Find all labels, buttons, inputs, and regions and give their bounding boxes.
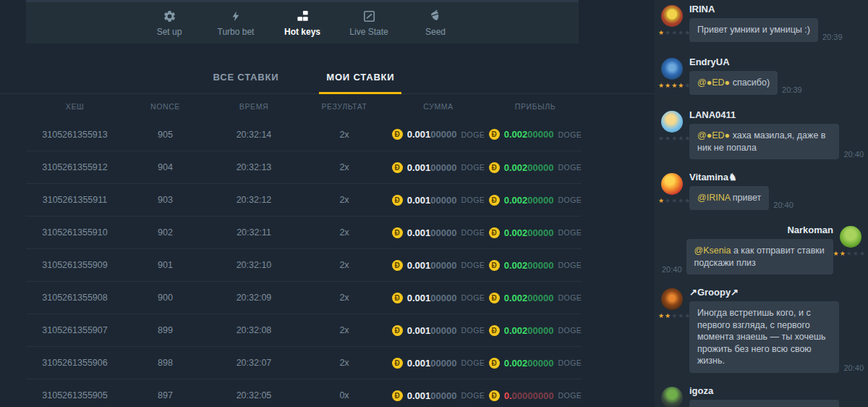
bets-table: ХЕШ NONCE ВРЕМЯ РЕЗУЛЬТАТ СУММА ПРИБЫЛЬ … bbox=[26, 95, 582, 407]
doge-coin-icon: Đ bbox=[489, 358, 500, 369]
currency-label: DOGE bbox=[558, 196, 582, 204]
chat-bubble: @IRINA привет bbox=[689, 186, 769, 210]
timestamp: 20:40 bbox=[843, 150, 864, 159]
currency-label: DOGE bbox=[558, 358, 582, 367]
doge-coin-icon: Đ bbox=[489, 325, 500, 336]
chat-panel[interactable]: ★★★★★ IRINA Привет умники и умницы :)20:… bbox=[655, 0, 868, 407]
avatar[interactable] bbox=[661, 173, 683, 195]
bet-nonce: 903 bbox=[124, 195, 207, 205]
bet-time: 20:32:13 bbox=[207, 162, 301, 172]
table-row[interactable]: 3105261355910 902 20:32:11 2x Đ0.0010000… bbox=[26, 216, 582, 248]
bet-time: 20:32:07 bbox=[207, 358, 301, 368]
star-icon: ★ bbox=[840, 250, 846, 257]
bet-amount: Đ0.00100000DOGE bbox=[388, 129, 489, 140]
bet-time: 20:32:11 bbox=[207, 227, 301, 238]
star-icon: ★ bbox=[684, 82, 691, 89]
doge-coin-icon: Đ bbox=[392, 195, 403, 206]
bet-nonce: 898 bbox=[124, 358, 207, 368]
bet-result: 2x bbox=[301, 325, 388, 335]
mention-link[interactable]: @●ED● bbox=[697, 130, 730, 140]
bet-hash: 3105261355909 bbox=[26, 260, 124, 270]
star-icon: ★ bbox=[665, 135, 671, 142]
chat-username[interactable]: ↗Groopy↗ bbox=[689, 287, 864, 298]
chat-username[interactable]: Vitamina♞ bbox=[689, 172, 864, 182]
star-rating: ★★★★★ bbox=[658, 135, 691, 142]
table-row[interactable]: 3105261355905 897 20:32:05 0x Đ0.0010000… bbox=[26, 379, 582, 407]
chat-username[interactable]: EndryUA bbox=[689, 56, 864, 67]
bet-time: 20:32:09 bbox=[207, 293, 301, 303]
star-icon: ★ bbox=[671, 197, 678, 204]
timestamp: 20:40 bbox=[662, 265, 682, 274]
star-icon: ★ bbox=[833, 250, 840, 257]
bet-amount: Đ0.00100000DOGE bbox=[388, 325, 489, 336]
mention-link[interactable]: @●ED● bbox=[697, 77, 730, 88]
doge-coin-icon: Đ bbox=[392, 325, 403, 336]
chat-bubble: @●ED●дружище рано ты сказал стоп игра bbox=[689, 400, 839, 407]
doge-coin-icon: Đ bbox=[392, 129, 403, 140]
star-icon: ★ bbox=[678, 135, 684, 142]
table-row[interactable]: 3105261355909 901 20:32:10 2x Đ0.0010000… bbox=[26, 248, 582, 281]
game-settings-toolbar: Set up Turbo bet Hot keys Live State bbox=[26, 0, 579, 43]
tab-my-bets[interactable]: МОИ СТАВКИ bbox=[319, 64, 401, 94]
timestamp: 20:40 bbox=[773, 201, 793, 210]
chat-username[interactable]: LANA0411 bbox=[689, 109, 864, 120]
chat-username[interactable]: IRINA bbox=[689, 4, 864, 14]
chat-message: ★★★★★ igoza @●ED●дружище рано ты сказал … bbox=[655, 385, 868, 407]
currency-label: DOGE bbox=[461, 391, 485, 400]
chat-message: ★★★★★ LANA0411 @●ED● хаха мазила,я, даже… bbox=[655, 109, 868, 159]
bet-time: 20:32:14 bbox=[207, 130, 301, 140]
avatar[interactable] bbox=[661, 288, 683, 310]
gear-icon bbox=[163, 9, 176, 23]
timestamp: 20:39 bbox=[822, 33, 843, 42]
toolbar-label: Live State bbox=[349, 27, 388, 37]
table-row[interactable]: 3105261355906 898 20:32:07 2x Đ0.0010000… bbox=[26, 346, 582, 379]
bet-result: 2x bbox=[301, 358, 388, 368]
table-row[interactable]: 3105261355912 904 20:32:13 2x Đ0.0010000… bbox=[26, 151, 582, 183]
star-icon: ★ bbox=[665, 197, 671, 204]
toolbar-item-live-state[interactable]: Live State bbox=[346, 9, 391, 37]
toolbar-item-setup[interactable]: Set up bbox=[147, 9, 192, 37]
bet-result: 2x bbox=[301, 195, 388, 205]
table-row[interactable]: 3105261355911 903 20:32:12 2x Đ0.0010000… bbox=[26, 183, 582, 216]
avatar[interactable] bbox=[661, 5, 683, 27]
bet-result: 2x bbox=[301, 260, 388, 270]
toolbar-item-turbo-bet[interactable]: Turbo bet bbox=[213, 9, 258, 37]
avatar[interactable] bbox=[661, 111, 683, 133]
currency-label: DOGE bbox=[558, 163, 582, 172]
toolbar-item-hot-keys[interactable]: Hot keys bbox=[280, 9, 325, 37]
avatar[interactable] bbox=[661, 58, 683, 80]
toolbar-item-seed[interactable]: Seed bbox=[413, 9, 458, 37]
star-icon: ★ bbox=[665, 29, 671, 36]
bet-nonce: 900 bbox=[124, 293, 207, 303]
doge-coin-icon: Đ bbox=[392, 358, 403, 369]
chat-message: ★★★★★ Vitamina♞ @IRINA привет20:40 bbox=[655, 172, 868, 212]
currency-label: DOGE bbox=[461, 293, 485, 302]
avatar[interactable] bbox=[840, 226, 861, 248]
doge-coin-icon: Đ bbox=[489, 195, 500, 206]
bet-profit: Đ0.00200000DOGE bbox=[489, 260, 582, 271]
table-row[interactable]: 3105261355907 899 20:32:08 2x Đ0.0010000… bbox=[26, 314, 582, 346]
table-row[interactable]: 3105261355908 900 20:32:09 2x Đ0.0010000… bbox=[26, 281, 582, 314]
table-row[interactable]: 3105261355913 905 20:32:14 2x Đ0.0010000… bbox=[26, 118, 582, 151]
chat-bubble: @Ksenia а как отправит ставки подскажи п… bbox=[686, 239, 833, 274]
tab-all-bets[interactable]: ВСЕ СТАВКИ bbox=[206, 64, 286, 94]
toolbar-label: Turbo bet bbox=[218, 27, 255, 37]
bet-nonce: 897 bbox=[124, 390, 207, 400]
bet-nonce: 902 bbox=[124, 227, 207, 238]
bet-result: 2x bbox=[301, 227, 388, 238]
chat-username[interactable]: Narkoman bbox=[662, 225, 833, 235]
currency-label: DOGE bbox=[558, 261, 582, 269]
doge-coin-icon: Đ bbox=[392, 390, 403, 401]
chat-message: ★★★★★ ↗Groopy↗ Иногда встретишь кого, и … bbox=[655, 287, 868, 373]
bet-result: 0x bbox=[301, 390, 388, 400]
bet-result: 2x bbox=[301, 130, 388, 140]
mention-link[interactable]: @IRINA bbox=[697, 193, 730, 203]
doge-coin-icon: Đ bbox=[392, 260, 403, 271]
chat-username[interactable]: igoza bbox=[689, 385, 864, 396]
timestamp: 20:39 bbox=[782, 85, 802, 95]
avatar[interactable] bbox=[661, 387, 683, 407]
bets-tabbar: ВСЕ СТАВКИ МОИ СТАВКИ bbox=[0, 64, 655, 94]
doge-coin-icon: Đ bbox=[489, 227, 500, 238]
bet-amount: Đ0.00100000DOGE bbox=[388, 260, 489, 271]
mention-link[interactable]: @Ksenia bbox=[694, 246, 731, 256]
